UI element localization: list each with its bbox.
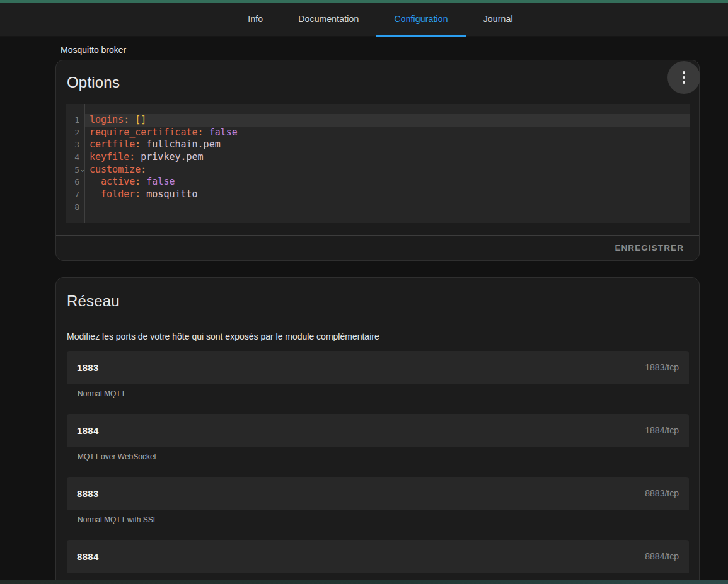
network-card-description: Modifiez les ports de votre hôte qui son… xyxy=(67,331,689,341)
port-group: 18841884/tcpMQTT over WebSocket xyxy=(67,414,689,461)
port-value: 8884 xyxy=(77,551,99,562)
port-input[interactable]: 88848884/tcp xyxy=(67,540,689,573)
options-card: Options 12345⌄678 logins: []require_cert… xyxy=(55,60,700,261)
code-line: customize: xyxy=(85,164,690,176)
port-helper: MQTT over WebSocket xyxy=(78,452,689,461)
port-group: 18831883/tcpNormal MQTT xyxy=(67,351,689,398)
tab-configuration[interactable]: Configuration xyxy=(376,3,465,37)
port-input[interactable]: 88838883/tcp xyxy=(67,477,689,510)
port-input[interactable]: 18841884/tcp xyxy=(67,414,689,447)
tab-info[interactable]: Info xyxy=(230,3,280,37)
port-value: 8883 xyxy=(77,488,99,499)
port-helper: Normal MQTT xyxy=(78,389,689,398)
port-suffix: 1884/tcp xyxy=(645,425,679,435)
port-value: 1884 xyxy=(77,425,99,436)
line-number: 3 xyxy=(66,139,84,151)
save-button[interactable]: ENREGISTRER xyxy=(604,243,694,253)
port-suffix: 1883/tcp xyxy=(645,362,679,372)
breadcrumb: Mosquitto broker xyxy=(61,45,700,55)
line-number: 8 xyxy=(66,201,84,214)
port-group: 88838883/tcpNormal MQTT with SSL xyxy=(67,477,689,524)
port-input[interactable]: 18831883/tcp xyxy=(67,351,689,384)
tab-header: InfoDocumentationConfigurationJournal xyxy=(0,3,728,37)
editor-gutter: 12345⌄678 xyxy=(66,104,84,223)
line-number: 7 xyxy=(66,188,84,201)
options-card-header: Options xyxy=(56,60,699,104)
network-card-title: Réseau xyxy=(67,292,689,310)
code-line xyxy=(85,201,690,214)
line-number: 2 xyxy=(66,127,84,139)
code-line: certfile: fullchain.pem xyxy=(85,139,690,151)
bottom-accent-bar xyxy=(0,580,728,584)
fold-arrow-icon[interactable]: ⌄ xyxy=(79,166,84,173)
overflow-menu-button[interactable] xyxy=(667,61,700,94)
line-number: 1 xyxy=(66,114,84,127)
port-helper: Normal MQTT with SSL xyxy=(78,515,689,524)
code-line: keyfile: privkey.pem xyxy=(85,151,690,164)
line-number: 5⌄ xyxy=(66,164,84,176)
code-line: require_certificate: false xyxy=(85,127,690,139)
line-number: 6 xyxy=(66,176,84,188)
content: Mosquitto broker Options 12345⌄678 login… xyxy=(55,45,700,584)
code-line: active: false xyxy=(85,176,690,188)
tab-bar: InfoDocumentationConfigurationJournal xyxy=(230,3,530,37)
port-suffix: 8883/tcp xyxy=(645,488,679,498)
port-suffix: 8884/tcp xyxy=(645,551,679,561)
options-card-title: Options xyxy=(67,74,689,91)
port-list: 18831883/tcpNormal MQTT18841884/tcpMQTT … xyxy=(67,351,689,584)
line-number: 4 xyxy=(66,151,84,164)
editor-code: logins: []require_certificate: falsecert… xyxy=(84,104,690,223)
code-line: logins: [] xyxy=(85,114,690,127)
port-group: 88848884/tcpMQTT over WebSocket with SSL xyxy=(67,540,689,584)
yaml-editor[interactable]: 12345⌄678 logins: []require_certificate:… xyxy=(66,104,690,223)
tab-documentation[interactable]: Documentation xyxy=(280,3,376,37)
tab-journal[interactable]: Journal xyxy=(466,3,531,37)
port-value: 1883 xyxy=(77,362,99,373)
network-card: Réseau Modifiez les ports de votre hôte … xyxy=(55,277,700,584)
code-line: folder: mosquitto xyxy=(85,188,690,201)
options-card-footer: ENREGISTRER xyxy=(56,235,699,260)
